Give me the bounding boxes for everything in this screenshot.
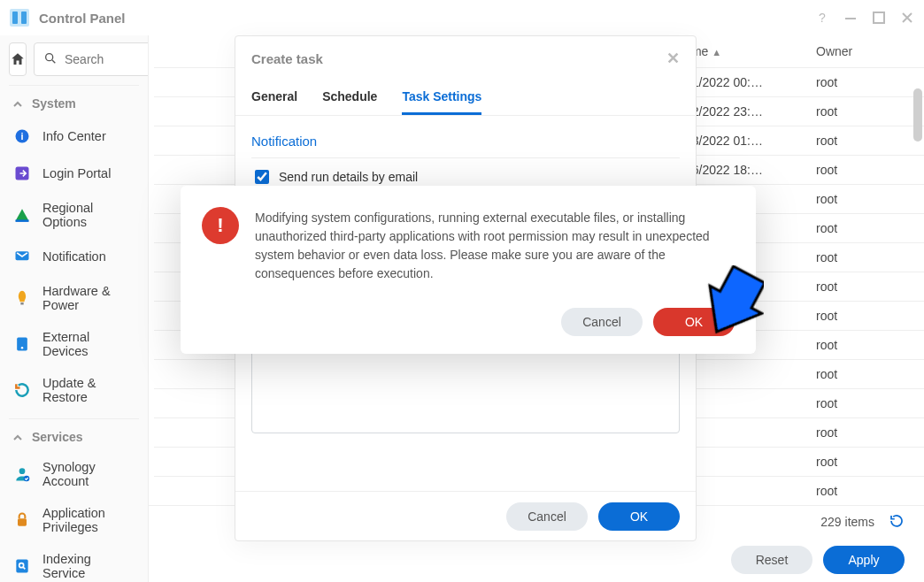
cell-owner: root [809, 97, 924, 126]
search-input[interactable] [63, 51, 149, 67]
sidebar-item-external-devices[interactable]: External Devices [9, 321, 139, 367]
sidebar-item-label: Login Portal [42, 166, 111, 180]
cell-owner: root [809, 448, 924, 477]
minimize-button[interactable] [843, 10, 859, 26]
svg-rect-16 [18, 518, 27, 525]
svg-rect-11 [20, 302, 23, 305]
sidebar-item-label: Update & Restore [42, 376, 135, 404]
sidebar-item-label: Regional Options [42, 201, 135, 229]
cell-owner: root [809, 389, 924, 418]
confirm-modal: ! Modifying system configurations, runni… [181, 186, 756, 354]
confirm-message: Modifying system configurations, running… [255, 209, 735, 283]
chevron-up-icon [12, 432, 23, 442]
indexing-service-icon [12, 556, 32, 576]
sidebar-item-label: Notification [42, 249, 106, 264]
send-email-label: Send run details by email [279, 170, 418, 184]
cell-owner: root [809, 360, 924, 389]
svg-rect-5 [874, 12, 884, 23]
notification-icon [12, 247, 32, 266]
svg-point-13 [21, 347, 24, 349]
svg-point-14 [19, 468, 26, 474]
section-notification: Notification [251, 128, 680, 158]
cell-owner: root [809, 185, 924, 214]
synology-account-icon [12, 464, 32, 484]
close-icon[interactable]: ✕ [666, 49, 680, 68]
send-email-checkbox[interactable] [255, 170, 269, 184]
sidebar-item-update-restore[interactable]: Update & Restore [9, 367, 139, 413]
sidebar-item-label: Application Privileges [42, 506, 135, 534]
svg-text:?: ? [819, 11, 826, 25]
item-count: 229 items [820, 515, 874, 529]
sidebar-item-label: Hardware & Power [42, 284, 135, 312]
sidebar-item-indexing-service[interactable]: Indexing Service [9, 543, 139, 582]
sidebar-item-label: External Devices [42, 330, 135, 358]
cell-owner: root [809, 477, 924, 506]
sidebar-item-notification[interactable]: Notification [9, 238, 139, 275]
section-label: System [32, 96, 76, 111]
search-icon [43, 51, 58, 68]
info-center-icon: i [12, 126, 32, 146]
column-header-owner[interactable]: Owner [809, 35, 924, 68]
sidebar-item-application-priv[interactable]: Application Privileges [9, 497, 139, 543]
sidebar-item-label: Synology Account [42, 460, 135, 488]
sort-ascending-icon: ▲ [712, 47, 721, 57]
close-button[interactable] [899, 10, 915, 26]
update-restore-icon [12, 380, 32, 400]
svg-text:i: i [20, 131, 23, 142]
help-icon[interactable]: ? [814, 10, 830, 26]
section-label: Services [32, 430, 83, 444]
sidebar-item-hardware-power[interactable]: Hardware & Power [9, 275, 139, 321]
tab-task-settings[interactable]: Task Settings [402, 80, 481, 115]
create-ok-button[interactable]: OK [598, 502, 680, 531]
cell-owner: root [809, 331, 924, 360]
svg-rect-1 [12, 11, 18, 24]
confirm-ok-button[interactable]: OK [653, 308, 735, 336]
cell-owner: root [809, 156, 924, 185]
apply-button[interactable]: Apply [823, 546, 905, 574]
cell-owner: root [809, 302, 924, 331]
scrollbar-thumb[interactable] [913, 88, 922, 142]
create-cancel-button[interactable]: Cancel [506, 502, 588, 531]
cell-owner: root [809, 272, 924, 302]
svg-point-6 [46, 53, 53, 60]
login-portal-icon [12, 164, 32, 183]
reset-button[interactable]: Reset [731, 546, 812, 574]
refresh-button[interactable] [889, 513, 905, 532]
cell-owner: root [809, 214, 924, 243]
cell-owner: root [809, 126, 924, 156]
modal-title: Create task [251, 51, 323, 66]
sidebar-item-login-portal[interactable]: Login Portal [9, 155, 139, 192]
footer-actions: Reset Apply [149, 539, 924, 582]
section-header-system[interactable]: System [9, 85, 139, 118]
chevron-up-icon [12, 98, 23, 109]
cell-owner: root [809, 418, 924, 448]
svg-rect-17 [16, 560, 27, 573]
home-button[interactable] [9, 42, 27, 76]
warning-icon: ! [202, 207, 239, 244]
sidebar-item-info-center[interactable]: i Info Center [9, 118, 139, 155]
tab-schedule[interactable]: Schedule [322, 80, 377, 115]
svg-rect-4 [845, 18, 856, 19]
sidebar-item-label: Indexing Service [42, 552, 135, 580]
sidebar-item-synology-account[interactable]: Synology Account [9, 451, 139, 497]
sidebar: System i Info Center Login Portal Region… [0, 35, 149, 582]
maximize-button[interactable] [871, 10, 887, 26]
section-header-services[interactable]: Services [9, 418, 139, 451]
hardware-power-icon [12, 288, 32, 308]
confirm-cancel-button[interactable]: Cancel [561, 308, 643, 336]
app-title: Control Panel [39, 11, 814, 26]
sidebar-item-label: Info Center [42, 129, 106, 143]
sidebar-item-regional-options[interactable]: Regional Options [9, 192, 139, 238]
titlebar: Control Panel ? [0, 0, 924, 35]
regional-options-icon [12, 205, 32, 225]
cell-owner: root [809, 68, 924, 97]
tab-general[interactable]: General [251, 80, 297, 115]
application-priv-icon [12, 510, 32, 530]
search-box[interactable] [34, 42, 149, 76]
external-devices-icon [12, 334, 32, 354]
app-icon [9, 7, 30, 28]
cell-owner: root [809, 243, 924, 272]
svg-rect-2 [21, 11, 27, 24]
